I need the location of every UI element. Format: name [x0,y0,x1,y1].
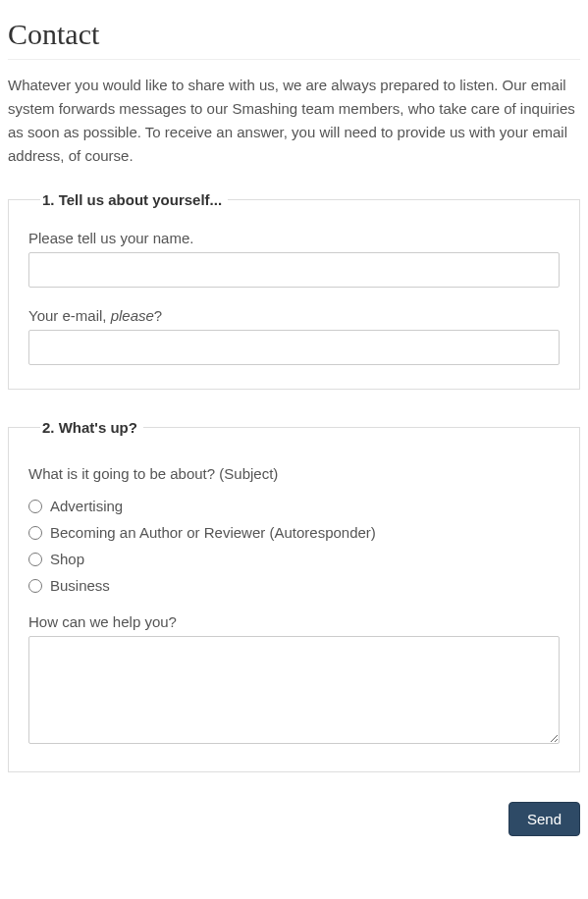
radio-advertising-input[interactable] [28,500,42,513]
radio-author-label: Becoming an Author or Reviewer (Autoresp… [50,524,376,541]
radio-business[interactable]: Business [28,577,560,594]
radio-shop-label: Shop [50,551,84,567]
radio-business-input[interactable] [28,579,42,593]
email-input[interactable] [28,330,560,365]
name-label: Please tell us your name. [28,230,560,246]
contact-form: 1. Tell us about yourself... Please tell… [8,191,580,836]
legend-about-you: 1. Tell us about yourself... [40,191,228,208]
send-button[interactable]: Send [508,802,580,836]
radio-advertising[interactable]: Advertising [28,498,560,514]
radio-author[interactable]: Becoming an Author or Reviewer (Autoresp… [28,524,560,541]
radio-business-label: Business [50,577,110,594]
radio-author-input[interactable] [28,526,42,540]
fieldset-whats-up: 2. What's up? What is it going to be abo… [8,419,580,772]
intro-text: Whatever you would like to share with us… [8,74,580,168]
name-input[interactable] [28,252,560,288]
subject-radio-group: Advertising Becoming an Author or Review… [28,498,560,594]
email-label: Your e-mail, please? [28,307,560,324]
legend-whats-up: 2. What's up? [40,419,143,436]
radio-advertising-label: Advertising [50,498,123,514]
radio-shop-input[interactable] [28,553,42,566]
message-label: How can we help you? [28,613,560,630]
message-textarea[interactable] [28,636,560,744]
subject-label: What is it going to be about? (Subject) [28,465,560,482]
page-title: Contact [8,18,580,60]
fieldset-about-you: 1. Tell us about yourself... Please tell… [8,191,580,390]
radio-shop[interactable]: Shop [28,551,560,567]
